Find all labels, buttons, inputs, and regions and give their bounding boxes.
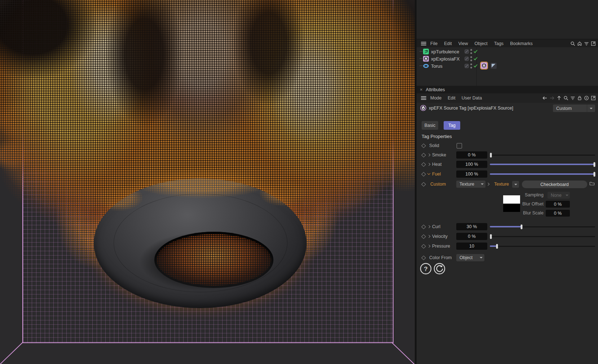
layer-badge-icon[interactable] [465, 64, 469, 69]
object-row-xpexplosiafx[interactable]: xpExplosiaFX [417, 55, 598, 62]
om-menu-edit[interactable]: Edit [444, 41, 452, 46]
enabled-check-icon[interactable] [473, 63, 478, 69]
chevron-right-icon[interactable] [427, 225, 430, 228]
attr-menu-userdata[interactable]: User Data [462, 96, 482, 101]
help-question-button[interactable]: ? [419, 262, 432, 275]
keyframe-diamond-icon[interactable] [421, 153, 426, 157]
forward-arrow-icon[interactable] [549, 96, 555, 101]
object-manager-menubar: File Edit View Object Tags Bookmarks [417, 39, 598, 48]
tab-basic[interactable]: Basic [422, 121, 438, 130]
color-from-dropdown[interactable]: Object [456, 254, 484, 261]
object-row-torus[interactable]: Torus [417, 62, 598, 70]
hamburger-menu-icon[interactable] [421, 96, 426, 100]
keyframe-diamond-icon[interactable] [421, 256, 426, 260]
curl-slider[interactable] [490, 223, 595, 230]
chevron-down-icon [478, 254, 484, 261]
om-menu-tags[interactable]: Tags [494, 41, 504, 46]
up-arrow-icon[interactable] [557, 96, 562, 101]
solid-checkbox[interactable] [457, 143, 462, 148]
reset-button[interactable] [433, 262, 446, 275]
keyframe-diamond-icon[interactable] [421, 182, 426, 187]
om-menu-view[interactable]: View [458, 41, 468, 46]
chevron-right-icon[interactable] [427, 163, 430, 166]
blur-scale-field[interactable]: 0 % [546, 210, 570, 217]
xpturbulence-icon[interactable] [423, 49, 429, 54]
keyframe-diamond-icon[interactable] [421, 172, 426, 177]
object-manager-column-divider [476, 47, 477, 86]
home-icon[interactable] [577, 41, 582, 46]
chevron-down-icon[interactable] [427, 172, 430, 175]
property-label: Fuel [432, 172, 441, 177]
chevron-right-icon[interactable] [487, 183, 489, 186]
pressure-value-field[interactable]: 10 [456, 243, 487, 250]
sampling-label: Sampling [507, 192, 544, 197]
enabled-check-icon[interactable] [473, 56, 478, 62]
object-name[interactable]: xpTurbulence [431, 49, 459, 54]
visibility-dots-icon[interactable] [470, 56, 472, 61]
texture-options-dropdown[interactable] [512, 181, 519, 188]
viewport-3d[interactable] [0, 0, 415, 364]
sampling-value: None [548, 193, 564, 198]
attributes-menubar: Mode Edit User Data [417, 93, 598, 103]
property-row-curl: Curl 30 % [417, 223, 598, 230]
xpefx-source-tag-icon-selected[interactable] [481, 62, 487, 69]
velocity-slider[interactable] [490, 233, 595, 240]
keyframe-diamond-icon[interactable] [421, 143, 426, 148]
search-icon[interactable] [563, 96, 568, 101]
enabled-check-icon[interactable] [473, 49, 478, 55]
blur-offset-field[interactable]: 0 % [546, 201, 570, 208]
smoke-slider[interactable] [490, 151, 595, 159]
torus-icon[interactable] [423, 63, 429, 69]
svg-text:?: ? [424, 266, 427, 272]
object-row-xpturbulence[interactable]: xpTurbulence [417, 48, 598, 55]
focus-target-icon[interactable] [584, 96, 589, 101]
om-menu-bookmarks[interactable]: Bookmarks [510, 41, 533, 46]
attr-menu-mode[interactable]: Mode [430, 96, 441, 101]
keyframe-diamond-icon[interactable] [421, 244, 426, 249]
chevron-right-icon[interactable] [427, 235, 430, 238]
object-name[interactable]: Torus [431, 63, 443, 69]
keyframe-diamond-icon[interactable] [421, 225, 426, 229]
smoke-value-field[interactable]: 0 % [456, 151, 487, 159]
om-menu-object[interactable]: Object [475, 41, 488, 46]
back-arrow-icon[interactable] [542, 96, 548, 101]
tab-tag[interactable]: Tag [444, 121, 460, 130]
texture-channel-label: Texture [494, 182, 509, 187]
layer-badge-icon[interactable] [465, 49, 469, 55]
fuel-value-field[interactable]: 100 % [456, 170, 487, 178]
flag-tag-icon[interactable] [491, 63, 497, 69]
om-menu-file[interactable]: File [430, 41, 437, 46]
xpexplosiafx-icon[interactable] [423, 56, 429, 62]
blur-offset-label: Blur Offset [507, 201, 544, 207]
undock-icon[interactable] [591, 41, 596, 46]
velocity-value-field[interactable]: 0 % [456, 233, 487, 240]
layer-badge-icon[interactable] [465, 57, 469, 62]
keyframe-diamond-icon[interactable] [421, 234, 426, 239]
custom-mode-dropdown[interactable]: Texture [456, 181, 485, 188]
chevron-right-icon[interactable] [427, 154, 430, 156]
blur-scale-label: Blur Scale [507, 210, 544, 216]
property-row-sampling: Sampling None [417, 192, 598, 199]
close-icon[interactable]: × [420, 87, 423, 92]
section-title: Tag Properties [422, 134, 452, 139]
search-icon[interactable] [570, 41, 575, 46]
pressure-slider[interactable] [490, 243, 595, 250]
visibility-dots-icon[interactable] [470, 63, 472, 68]
hamburger-menu-icon[interactable] [421, 42, 426, 45]
heat-slider[interactable] [490, 161, 595, 168]
filter-icon[interactable] [570, 96, 575, 101]
heat-value-field[interactable]: 100 % [456, 161, 487, 168]
preset-dropdown[interactable]: Custom [553, 105, 595, 112]
attr-menu-edit[interactable]: Edit [448, 96, 456, 101]
folder-browse-icon[interactable] [589, 181, 595, 187]
lock-icon[interactable] [577, 96, 582, 101]
chevron-right-icon[interactable] [427, 245, 430, 248]
object-name[interactable]: xpExplosiaFX [431, 56, 460, 62]
curl-value-field[interactable]: 30 % [456, 223, 487, 230]
fuel-slider[interactable] [490, 170, 595, 178]
keyframe-diamond-icon[interactable] [421, 162, 426, 167]
filter-icon[interactable] [584, 41, 589, 46]
undock-icon[interactable] [591, 96, 596, 101]
texture-name-button[interactable]: Checkerboard [522, 181, 587, 188]
visibility-dots-icon[interactable] [470, 49, 472, 54]
